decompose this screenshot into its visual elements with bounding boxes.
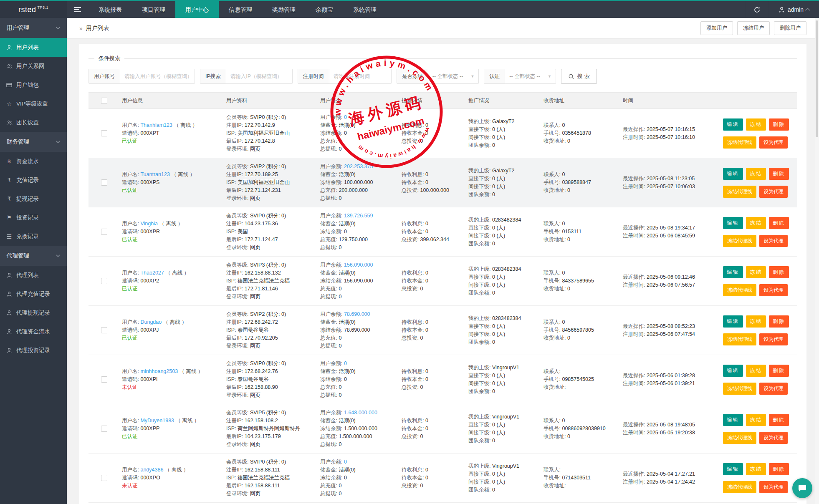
set-agent-button[interactable]: 设为代理 — [759, 284, 788, 296]
floating-chat-button[interactable] — [792, 478, 812, 498]
delete-button[interactable]: 删除 — [769, 463, 789, 475]
select-all-checkbox[interactable] — [101, 98, 107, 104]
toolbar-button[interactable]: 冻结用户 — [737, 21, 770, 35]
edit-button[interactable]: 编辑 — [723, 414, 743, 426]
top-nav-item[interactable]: 项目管理 — [132, 1, 175, 18]
sidebar-item[interactable]: ฿资金流水 — [0, 152, 67, 171]
delete-button[interactable]: 删除 — [769, 266, 789, 278]
sidebar-item[interactable]: ₹充值记录 — [0, 171, 67, 189]
username-link[interactable]: minhhoang2503 — [140, 368, 178, 374]
sidebar-item[interactable]: 代理列表 — [0, 266, 67, 285]
username-link[interactable]: Thanhlam123 — [140, 122, 172, 128]
sidebar-item[interactable]: ☆VIP等级设置 — [0, 94, 67, 113]
username-link[interactable]: Thao2027 — [140, 270, 164, 276]
sidebar-item[interactable]: 代理投资记录 — [0, 341, 67, 360]
freeze-button[interactable]: 冻结 — [746, 217, 766, 229]
sidebar-item[interactable]: 用户关系网 — [0, 57, 67, 76]
username-link[interactable]: andy4386 — [140, 467, 163, 473]
refresh-icon — [753, 6, 761, 13]
freeze-agent-line-button[interactable]: 冻结代理线 — [723, 333, 756, 345]
freeze-button[interactable]: 冻结 — [746, 463, 766, 475]
row-checkbox[interactable] — [101, 229, 107, 235]
row-checkbox[interactable] — [101, 426, 107, 432]
row-checkbox[interactable] — [101, 179, 107, 186]
set-agent-button[interactable]: 设为代理 — [759, 186, 788, 198]
delete-button[interactable]: 删除 — [769, 217, 789, 229]
verify-select[interactable]: -- 全部状态 -- ▼ — [505, 69, 556, 83]
frozen-select[interactable]: -- 全部状态 -- ▼ — [428, 69, 479, 83]
delete-button[interactable]: 删除 — [769, 118, 789, 131]
sidebar-item[interactable]: 用户钱包 — [0, 76, 67, 94]
sidebar-item[interactable]: 代理充值记录 — [0, 285, 67, 303]
set-agent-button[interactable]: 设为代理 — [759, 333, 788, 345]
set-agent-button[interactable]: 设为代理 — [759, 136, 788, 149]
toolbar-button[interactable]: 删除用户 — [774, 21, 806, 35]
set-agent-button[interactable]: 设为代理 — [759, 235, 788, 247]
freeze-agent-line-button[interactable]: 冻结代理线 — [723, 432, 756, 444]
sidebar-item[interactable]: 团长设置 — [0, 113, 67, 132]
set-agent-button[interactable]: 设为代理 — [759, 432, 788, 444]
delete-button[interactable]: 删除 — [769, 365, 789, 377]
sidebar-item[interactable]: 代理资金流水 — [0, 322, 67, 341]
user-menu[interactable]: admin — [769, 1, 819, 18]
account-input[interactable] — [120, 69, 195, 83]
sidebar-item[interactable]: ₹提现记录 — [0, 189, 67, 208]
set-agent-button[interactable]: 设为代理 — [759, 481, 788, 493]
sidebar-item[interactable]: 用户列表 — [0, 38, 67, 57]
toolbar-button[interactable]: 添加用户 — [700, 21, 733, 35]
freeze-button[interactable]: 冻结 — [746, 168, 766, 180]
row-checkbox[interactable] — [101, 376, 107, 383]
freeze-agent-line-button[interactable]: 冻结代理线 — [723, 186, 756, 198]
register-time-input[interactable] — [329, 69, 391, 83]
freeze-button[interactable]: 冻结 — [746, 315, 766, 328]
edit-button[interactable]: 编辑 — [723, 266, 743, 278]
top-nav-item[interactable]: 系统报表 — [88, 1, 132, 18]
ip-search-input[interactable] — [226, 69, 292, 83]
edit-button[interactable]: 编辑 — [723, 463, 743, 475]
username-link[interactable]: Vinghia — [140, 221, 157, 227]
edit-button[interactable]: 编辑 — [723, 365, 743, 377]
sidebar-group[interactable]: 代理管理 — [0, 246, 67, 266]
username-link[interactable]: Dungdao — [140, 319, 162, 325]
row-checkbox[interactable] — [101, 475, 107, 481]
menu-toggle-button[interactable] — [67, 1, 88, 18]
edit-button[interactable]: 编辑 — [723, 118, 743, 131]
row-checkbox[interactable] — [101, 130, 107, 136]
freeze-agent-line-button[interactable]: 冻结代理线 — [723, 383, 756, 395]
edit-button[interactable]: 编辑 — [723, 217, 743, 229]
set-agent-button[interactable]: 设为代理 — [759, 383, 788, 395]
top-nav-item[interactable]: 奖励管理 — [262, 1, 306, 18]
column-header: 时间 — [623, 97, 723, 104]
username-link[interactable]: Tuantran123 — [140, 171, 169, 177]
freeze-agent-line-button[interactable]: 冻结代理线 — [723, 284, 756, 296]
delete-button[interactable]: 删除 — [769, 414, 789, 426]
sidebar-group[interactable]: 用户管理 — [0, 18, 67, 38]
sidebar-item[interactable]: 代理提现记录 — [0, 303, 67, 322]
freeze-button[interactable]: 冻结 — [746, 365, 766, 377]
freeze-button[interactable]: 冻结 — [746, 266, 766, 278]
top-nav-item[interactable]: 用户中心 — [175, 1, 219, 18]
freeze-agent-line-button[interactable]: 冻结代理线 — [723, 235, 756, 247]
username-link[interactable]: MyDuyen1983 — [140, 418, 174, 423]
balance-value: 202.253.375 — [344, 164, 373, 169]
freeze-agent-line-button[interactable]: 冻结代理线 — [723, 136, 756, 149]
sidebar-group[interactable]: 财务管理 — [0, 132, 67, 152]
scrollbar-thumb[interactable] — [816, 20, 818, 137]
edit-button[interactable]: 编辑 — [723, 168, 743, 180]
sidebar-item[interactable]: ⚑投资记录 — [0, 208, 67, 227]
delete-button[interactable]: 删除 — [769, 315, 789, 328]
refresh-button[interactable] — [745, 1, 769, 18]
sidebar-item[interactable]: ☰兑换记录 — [0, 227, 67, 246]
edit-button[interactable]: 编辑 — [723, 315, 743, 328]
freeze-agent-line-button[interactable]: 冻结代理线 — [723, 481, 756, 493]
freeze-button[interactable]: 冻结 — [746, 118, 766, 131]
top-nav-item[interactable]: 余额宝 — [306, 1, 343, 18]
delete-button[interactable]: 删除 — [769, 168, 789, 180]
freeze-button[interactable]: 冻结 — [746, 414, 766, 426]
balance-value: 139.726.559 — [344, 213, 373, 219]
row-checkbox[interactable] — [101, 278, 107, 284]
row-checkbox[interactable] — [101, 327, 107, 333]
search-button[interactable]: 搜 索 — [561, 69, 597, 84]
top-nav-item[interactable]: 信息管理 — [219, 1, 262, 18]
top-nav-item[interactable]: 系统管理 — [343, 1, 387, 18]
